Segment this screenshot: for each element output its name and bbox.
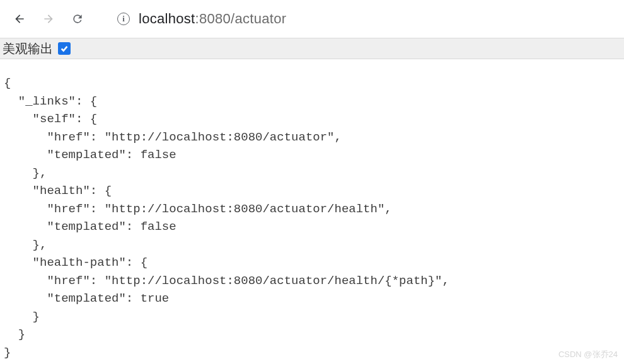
json-line: "templated": true (4, 292, 169, 305)
json-content: { "_links": { "self": { "href": "http://… (0, 59, 624, 361)
browser-toolbar: i localhost:8080/actuator (0, 0, 624, 38)
json-line: "templated": false (4, 148, 176, 162)
json-line: "href": "http://localhost:8080/actuator/… (4, 202, 392, 216)
forward-button[interactable] (42, 12, 55, 26)
json-line: { (4, 76, 11, 90)
json-line: } (4, 327, 25, 341)
url-text: localhost:8080/actuator (139, 11, 286, 27)
back-button[interactable] (13, 12, 26, 26)
json-line: "href": "http://localhost:8080/actuator/… (4, 274, 449, 288)
pretty-print-label: 美观输出 (3, 40, 53, 57)
reload-button[interactable] (71, 12, 84, 26)
json-line: } (4, 310, 40, 324)
address-bar[interactable]: i localhost:8080/actuator (117, 11, 611, 27)
json-line: "templated": false (4, 220, 176, 234)
json-line: }, (4, 166, 47, 180)
pretty-print-bar: 美观输出 (0, 38, 624, 59)
json-line: "_links": { (4, 94, 97, 108)
pretty-print-checkbox[interactable] (58, 42, 71, 55)
json-line: "health-path": { (4, 256, 147, 270)
json-line: }, (4, 238, 47, 252)
json-line: "health": { (4, 184, 112, 198)
site-info-icon[interactable]: i (117, 13, 130, 25)
watermark: CSDN @张乔24 (558, 349, 618, 360)
json-line: } (4, 346, 11, 360)
json-line: "self": { (4, 112, 97, 126)
json-line: "href": "http://localhost:8080/actuator"… (4, 130, 342, 144)
